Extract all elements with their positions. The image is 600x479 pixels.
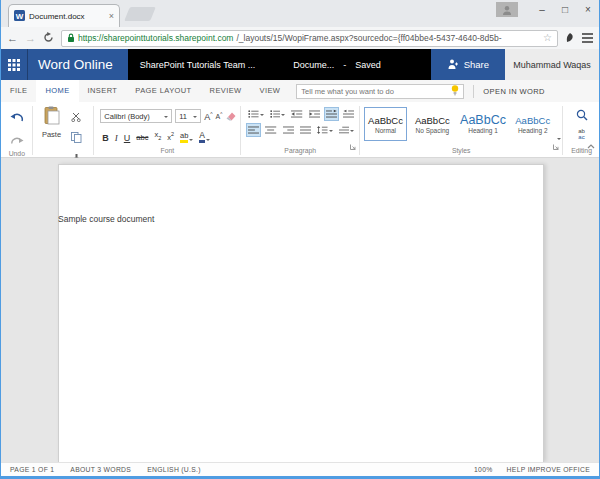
paste-clipboard-icon [44,106,60,129]
tab-view[interactable]: VIEW [251,80,290,102]
special-indent-button[interactable] [337,123,357,137]
font-size-dropdown[interactable]: 11 [175,109,201,123]
tell-me-input[interactable] [301,87,448,96]
share-person-icon [447,59,459,71]
paragraph-dialog-launcher-icon[interactable] [350,142,356,154]
shrink-font-icon[interactable]: A^ [216,112,223,120]
word-file-icon: W [14,7,25,25]
subscript-button[interactable]: x2 [154,130,161,143]
profile-icon[interactable] [496,2,518,17]
style-normal[interactable]: AaBbCc Normal [364,107,407,141]
address-bar[interactable]: https://sharepointtutorials.sharepoint.c… [61,30,558,47]
decrease-indent-icon[interactable] [289,107,304,121]
font-color-button[interactable]: A [199,131,210,143]
refresh-icon[interactable] [43,29,54,47]
clear-formatting-icon[interactable] [225,107,236,125]
copy-icon[interactable] [71,129,82,147]
tab-title: Document.docx [29,12,105,21]
svg-text:W: W [16,12,24,21]
bold-button[interactable]: B [102,133,109,143]
bullet-list-button[interactable] [246,107,266,121]
font-group: Calibri (Body) 11 A^ A^ B I U abc [95,104,239,157]
document-name: Docume... [293,60,334,70]
tab-file[interactable]: FILE [1,80,36,102]
open-in-word-button[interactable]: OPEN IN WORD [483,87,544,96]
highlight-color-button[interactable]: ab [180,131,193,143]
browser-titlebar: W Document.docx × – □ × [1,0,599,27]
bookmark-star-icon[interactable]: ☆ [543,33,552,43]
url-path-part: /_layouts/15/WopiFrame.aspx?sourcedoc={f… [236,33,540,43]
find-icon[interactable] [576,107,588,125]
italic-button[interactable]: I [115,133,118,143]
close-button[interactable]: × [581,2,595,17]
paragraph-group: Paragraph [242,104,358,157]
font-size-value: 11 [179,112,187,121]
browser-menu-icon[interactable] [582,33,593,43]
tab-page-layout[interactable]: PAGE LAYOUT [126,80,200,102]
browser-window: W Document.docx × – □ × ← → https://shar… [0,0,600,479]
undo-icon[interactable] [10,108,24,126]
word-count[interactable]: ABOUT 3 WORDS [70,466,131,473]
justify-button[interactable] [298,123,313,137]
align-right-button[interactable] [281,123,296,137]
user-menu[interactable]: Muhammad Waqas [505,49,599,80]
redo-icon[interactable] [10,130,24,148]
cut-icon[interactable] [71,108,82,126]
font-name-value: Calibri (Body) [104,112,149,121]
tab-insert[interactable]: INSERT [79,80,127,102]
numbered-list-button[interactable] [268,107,288,121]
new-tab-button[interactable] [124,7,156,21]
right-to-left-button[interactable] [341,107,356,121]
align-left-button[interactable] [246,123,261,137]
style-no-spacing[interactable]: AaBbCc No Spacing [410,107,455,141]
styles-group-label: Styles [452,147,471,154]
minimize-button[interactable]: – [535,2,549,17]
collapse-ribbon-icon[interactable] [587,135,595,153]
document-text[interactable]: Sample course document [58,214,154,224]
styles-group: AaBbCc Normal AaBbCc No Spacing AaBbCc H… [361,104,561,157]
replace-icon[interactable]: ab ac [578,129,585,140]
styles-more-icon[interactable] [557,107,561,145]
style-heading-1[interactable]: AaBbCc Heading 1 [458,107,509,141]
https-lock-icon [67,30,75,47]
document-canvas[interactable]: Sample course document [1,158,599,462]
undo-group-label: Undo [9,150,25,157]
tab-review[interactable]: REVIEW [201,80,251,102]
superscript-button[interactable]: x2 [167,129,174,143]
divider [32,106,33,155]
status-bar: PAGE 1 OF 1 ABOUT 3 WORDS ENGLISH (U.S.)… [1,462,599,476]
font-name-dropdown[interactable]: Calibri (Body) [100,109,172,123]
strikethrough-button[interactable]: abc [136,133,148,143]
browser-tab[interactable]: W Document.docx × [8,4,120,27]
divider [359,106,360,155]
line-spacing-button[interactable] [315,123,335,137]
back-icon[interactable]: ← [7,33,18,44]
app-launcher-icon[interactable] [1,49,28,80]
language-indicator[interactable]: ENGLISH (U.S.) [147,466,201,473]
tab-close-icon[interactable]: × [109,12,114,21]
align-center-button[interactable] [263,123,278,137]
increase-indent-icon[interactable] [307,107,322,121]
lightbulb-icon [451,82,459,100]
share-label: Share [464,59,489,70]
divider [473,85,474,98]
share-button[interactable]: Share [431,49,505,80]
style-heading-2[interactable]: AaBbCc Heading 2 [511,107,554,141]
tab-home[interactable]: HOME [36,80,78,102]
zoom-level[interactable]: 100% [474,466,493,473]
grow-font-icon[interactable]: A^ [204,111,212,122]
styles-dialog-launcher-icon[interactable] [553,142,559,154]
office-header: Word Online SharePoint Tutorials Team ..… [1,49,599,80]
left-to-right-button[interactable] [324,107,339,121]
save-status: Saved [355,60,381,70]
extension-icon[interactable] [565,29,575,47]
app-name[interactable]: Word Online [28,49,128,80]
maximize-button[interactable]: □ [558,2,572,17]
underline-button[interactable]: U [124,133,131,143]
help-improve-office-link[interactable]: HELP IMPROVE OFFICE [507,466,590,473]
document-page[interactable] [58,164,544,462]
paragraph-group-label: Paragraph [284,147,316,154]
tell-me-box[interactable] [296,84,464,99]
site-name-link[interactable]: SharePoint Tutorials Team ... [140,60,255,70]
divider [240,106,241,155]
